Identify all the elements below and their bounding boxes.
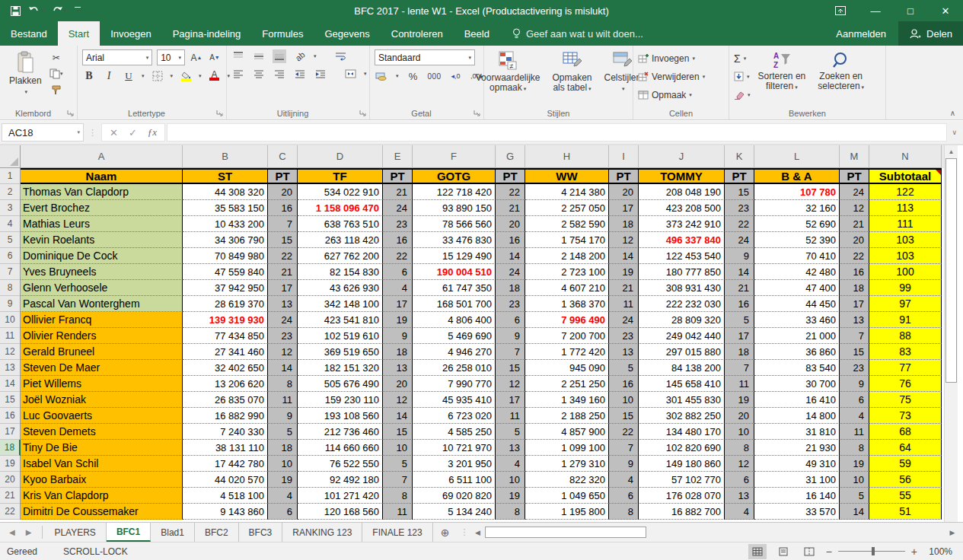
horizontal-scrollbar[interactable]: ◀ ▶ [471,523,958,542]
cell[interactable]: 8 [268,376,298,392]
cell[interactable]: 1 099 100 [525,440,609,456]
cell[interactable]: 114 660 660 [298,440,383,456]
cell[interactable]: 302 882 250 [639,408,725,424]
column-header[interactable]: B [183,145,268,168]
cell[interactable]: 31 810 [754,424,840,440]
name-cell[interactable]: Tiny De Bie [21,440,183,456]
cell[interactable]: 19 [725,392,754,408]
row-header[interactable]: 14 [0,376,21,392]
percent-style-button[interactable]: % [407,69,420,83]
cell[interactable]: 9 [383,328,413,344]
grow-font-button[interactable]: A▲ [190,51,203,65]
cell[interactable]: 111 [869,216,942,232]
cell[interactable]: 100 [869,264,942,280]
tab-bestand[interactable]: Bestand [0,21,58,46]
column-header[interactable]: C [268,145,298,168]
cell[interactable]: 23 [496,296,525,312]
cell[interactable]: 30 700 [754,376,840,392]
cell[interactable]: 15 [725,184,754,200]
format-cells-button[interactable]: Opmaak▾ [638,87,724,103]
cell[interactable]: 44 020 570 [183,472,268,488]
cell[interactable]: 122 453 540 [639,248,725,264]
next-sheet-arrow[interactable]: ▶ [26,528,32,536]
paste-button[interactable]: Plakken▾ [5,49,46,107]
cell[interactable]: 113 [869,200,942,216]
cell[interactable]: 17 [725,328,754,344]
cell[interactable]: 1 279 310 [525,456,609,472]
cell[interactable]: 22 [725,216,754,232]
cell[interactable]: 23 [609,328,639,344]
row-header[interactable]: 13 [0,360,21,376]
tab-formules[interactable]: Formules [251,21,314,46]
fill-color-button[interactable] [179,69,193,83]
cell[interactable]: 17 [840,296,869,312]
prev-sheet-arrow[interactable]: ◀ [9,528,15,536]
cell[interactable]: 28 809 320 [639,312,725,328]
cell[interactable]: 17 [268,280,298,296]
ribbon-display-options-button[interactable] [823,0,858,21]
cell[interactable]: 18 [609,216,639,232]
cell[interactable]: 15 [268,232,298,248]
font-color-button[interactable]: A [208,69,222,83]
tab-gegevens[interactable]: Gegevens [314,21,380,46]
cell[interactable]: 263 118 420 [298,232,383,248]
cell[interactable]: 16 882 990 [183,408,268,424]
number-dialog-launcher[interactable] [474,110,481,117]
cell[interactable]: 42 480 [754,264,840,280]
cell[interactable]: 10 [383,440,413,456]
cancel-entry-button[interactable]: ✕ [110,127,118,138]
cell[interactable]: 76 [869,376,942,392]
cell[interactable]: 19 [268,472,298,488]
cell[interactable]: 26 835 070 [183,392,268,408]
cell[interactable]: 9 [725,248,754,264]
cell[interactable]: 18 [268,440,298,456]
italic-button[interactable]: I [102,69,116,83]
cell[interactable]: 373 242 910 [639,216,725,232]
normal-view-button[interactable] [748,544,767,559]
cell[interactable]: 19 [496,488,525,504]
cell[interactable]: 222 232 030 [639,296,725,312]
scroll-up-arrow[interactable]: ▲ [945,145,958,158]
cell[interactable]: 22 [840,248,869,264]
sheet-tab-ranking-123[interactable]: RANKING 123 [282,523,362,542]
cell[interactable]: 2 251 250 [525,376,609,392]
cell[interactable]: 6 [496,312,525,328]
cell[interactable]: 13 [383,360,413,376]
copy-button[interactable]: ▾ [49,67,63,81]
header-cell[interactable]: TF [298,168,383,184]
cell[interactable]: 1 195 800 [525,504,609,520]
name-cell[interactable]: Evert Brochez [21,200,183,216]
cell[interactable]: 149 180 860 [639,456,725,472]
name-cell[interactable]: Dominique De Cock [21,248,183,264]
cell[interactable]: 4 [609,472,639,488]
cell[interactable]: 32 160 [754,200,840,216]
cell[interactable]: 22 [496,184,525,200]
row-header[interactable]: 5 [0,232,21,248]
cell[interactable]: 19 [383,312,413,328]
cell[interactable]: 92 492 180 [298,472,383,488]
cell[interactable]: 5 [383,456,413,472]
cell[interactable]: 342 148 100 [298,296,383,312]
cell[interactable]: 47 559 840 [183,264,268,280]
row-header[interactable]: 22 [0,504,21,520]
tell-me-search[interactable]: Geef aan wat u wilt doen... [512,21,643,46]
cell[interactable]: 33 476 830 [413,232,496,248]
cell[interactable]: 212 736 460 [298,424,383,440]
header-cell[interactable]: PT [268,168,298,184]
find-select-button[interactable]: Zoeken enselecteren▾ [813,49,869,107]
column-header[interactable]: I [609,145,639,168]
cell[interactable]: 14 [840,504,869,520]
cell[interactable]: 4 518 100 [183,488,268,504]
column-header[interactable]: F [413,145,496,168]
cell[interactable]: 16 [268,200,298,216]
bold-button[interactable]: B [82,69,96,83]
column-header[interactable]: L [754,145,840,168]
top-align-button[interactable] [231,49,245,63]
cell[interactable]: 16 [725,296,754,312]
customize-qat-button[interactable]: ▾ [75,7,81,15]
cell[interactable]: 4 607 210 [525,280,609,296]
row-header[interactable]: 15 [0,392,21,408]
conditional-formatting-button[interactable]: ≠ Voorwaardelijkeopmaak▾ [471,49,545,107]
zoom-in-button[interactable]: + [911,546,917,558]
column-header[interactable]: N [869,145,942,168]
